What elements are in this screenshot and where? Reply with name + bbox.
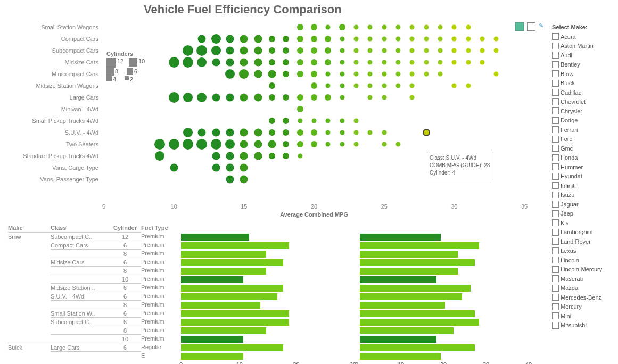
data-point[interactable]: [169, 57, 179, 68]
data-point[interactable]: [211, 139, 221, 150]
data-point[interactable]: [240, 59, 248, 67]
col-header-make[interactable]: Make: [8, 224, 51, 232]
data-point[interactable]: [283, 141, 289, 147]
data-point[interactable]: [494, 48, 499, 53]
checkbox-icon[interactable]: [552, 201, 559, 208]
data-point[interactable]: [225, 139, 235, 149]
data-point[interactable]: [226, 35, 234, 43]
data-point[interactable]: [283, 59, 289, 65]
y-category-label[interactable]: Small Pickup Trucks 4Wd: [0, 115, 101, 127]
data-point[interactable]: [226, 176, 234, 184]
checkbox-icon[interactable]: [552, 257, 559, 263]
filter-item[interactable]: Bentley: [552, 60, 616, 70]
legend-swatch[interactable]: [106, 68, 114, 76]
data-point[interactable]: [368, 48, 373, 53]
data-point[interactable]: [311, 24, 317, 30]
data-point[interactable]: [410, 48, 415, 53]
data-point[interactable]: [326, 130, 331, 135]
data-point[interactable]: [297, 59, 303, 65]
data-point[interactable]: [311, 47, 317, 54]
checkbox-icon[interactable]: [552, 43, 559, 49]
data-point[interactable]: [494, 72, 499, 77]
data-point[interactable]: [183, 93, 193, 102]
data-point[interactable]: [354, 119, 359, 123]
data-point[interactable]: [226, 164, 234, 172]
y-category-label[interactable]: Standard Pickup Trucks 4Wd: [0, 150, 101, 162]
y-category-label[interactable]: Two Seaters: [0, 138, 101, 150]
filter-item[interactable]: Jeep: [552, 209, 616, 219]
data-point[interactable]: [226, 152, 234, 160]
table-row[interactable]: E: [8, 351, 178, 360]
data-point[interactable]: [438, 48, 443, 53]
data-point[interactable]: [298, 154, 302, 159]
data-point[interactable]: [283, 118, 289, 124]
data-point[interactable]: [340, 37, 344, 42]
data-point[interactable]: [269, 153, 275, 159]
bar-row[interactable]: [181, 267, 532, 275]
bar-row[interactable]: [181, 241, 532, 250]
data-point[interactable]: [396, 48, 401, 53]
data-point[interactable]: [269, 36, 275, 42]
data-point[interactable]: [170, 164, 178, 172]
data-point[interactable]: [269, 59, 275, 65]
data-point[interactable]: [183, 57, 193, 68]
data-point[interactable]: [326, 72, 331, 77]
data-point[interactable]: [298, 119, 302, 123]
checkbox-icon[interactable]: [552, 238, 559, 245]
col-header-fueltype[interactable]: Fuel Type: [141, 224, 178, 232]
filter-item[interactable]: Kia: [552, 218, 616, 228]
data-point[interactable]: [211, 46, 221, 55]
data-point[interactable]: [382, 95, 386, 100]
y-category-label[interactable]: Subcompact Cars: [0, 45, 101, 56]
pencil-icon[interactable]: ✎: [539, 22, 546, 30]
table-row[interactable]: 8Premium: [8, 249, 178, 258]
bar-row[interactable]: [181, 318, 532, 326]
data-point[interactable]: [410, 60, 415, 65]
checkbox-icon[interactable]: [552, 52, 559, 59]
filter-item[interactable]: Hyundai: [552, 172, 616, 181]
data-point[interactable]: [240, 94, 248, 102]
data-point[interactable]: [368, 95, 373, 100]
y-category-label[interactable]: Compact Cars: [0, 33, 101, 45]
data-point[interactable]: [339, 24, 345, 30]
data-point[interactable]: [452, 37, 457, 42]
checkbox-icon[interactable]: [552, 107, 559, 114]
data-point[interactable]: [297, 94, 303, 101]
data-point[interactable]: [424, 48, 429, 53]
data-point[interactable]: [326, 142, 331, 147]
data-point[interactable]: [368, 37, 373, 42]
data-point[interactable]: [283, 36, 289, 42]
checkbox-icon[interactable]: [552, 154, 559, 161]
data-point[interactable]: [268, 70, 276, 78]
data-point[interactable]: [340, 72, 344, 77]
y-category-label[interactable]: Small Station Wagons: [0, 21, 101, 33]
data-point[interactable]: [297, 47, 303, 54]
data-point[interactable]: [311, 59, 317, 65]
data-point[interactable]: [382, 142, 386, 147]
data-point[interactable]: [283, 129, 289, 136]
data-point[interactable]: [254, 94, 262, 102]
filter-item[interactable]: Bmw: [552, 69, 616, 79]
data-point[interactable]: [183, 45, 193, 56]
data-point[interactable]: [494, 37, 499, 42]
data-point[interactable]: [340, 48, 344, 53]
data-point[interactable]: [382, 130, 386, 135]
checkbox-icon[interactable]: [552, 182, 559, 189]
bar-row[interactable]: [181, 250, 532, 258]
data-point[interactable]: [452, 60, 457, 65]
data-point[interactable]: [254, 140, 262, 148]
filter-item[interactable]: Cadillac: [552, 88, 616, 97]
checkbox-icon[interactable]: [552, 294, 559, 301]
data-point[interactable]: [254, 47, 262, 55]
y-category-label[interactable]: Vans, Passenger Type: [0, 173, 101, 185]
checkbox-icon[interactable]: [552, 275, 559, 282]
table-row[interactable]: 8Premium: [8, 326, 178, 334]
filter-item[interactable]: Buick: [552, 79, 616, 88]
data-point[interactable]: [368, 84, 373, 88]
data-point[interactable]: [311, 129, 317, 136]
data-point[interactable]: [240, 152, 248, 160]
data-point[interactable]: [466, 60, 471, 65]
data-point[interactable]: [226, 129, 234, 137]
table-row[interactable]: 8Premium: [8, 266, 178, 275]
bar-row[interactable]: [181, 343, 532, 352]
